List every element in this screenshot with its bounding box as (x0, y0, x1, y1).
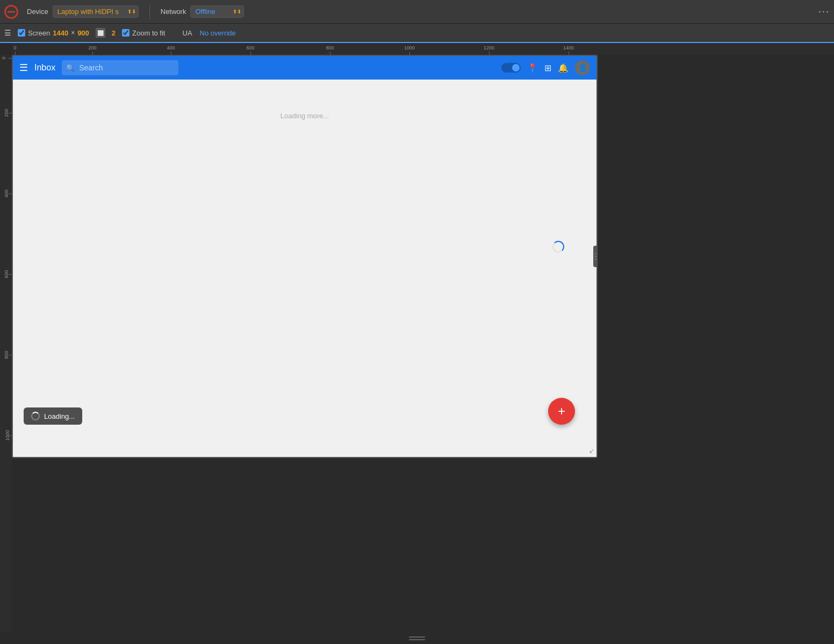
search-input[interactable] (62, 60, 178, 75)
resize-handle-right[interactable] (593, 246, 598, 267)
compose-fab[interactable]: + (548, 398, 575, 425)
grid-icon[interactable]: ⊞ (544, 63, 551, 73)
ruler-v-content: 0 200 400 600 800 1000 (0, 55, 12, 632)
more-options-button[interactable]: ··· (818, 6, 830, 17)
device-select-wrapper[interactable]: Laptop with HiDPI s ⬆⬇ (53, 5, 139, 18)
zoom-label: Zoom to fit (132, 29, 165, 37)
ruler-h-600: 600 (246, 45, 254, 51)
notification-icon[interactable]: 🔔 (558, 63, 569, 73)
inbox-action-icons: 📍 ⊞ 🔔 👤 (527, 60, 590, 75)
ruler-h-800: 800 (326, 45, 334, 51)
screen-checkbox[interactable] (18, 29, 25, 37)
search-wrapper: 🔍 (62, 60, 495, 75)
horizontal-ruler: 0 200 400 600 800 1000 1200 1400 (12, 43, 834, 55)
inbox-title: Inbox (34, 63, 55, 73)
ruler-h-400: 400 (167, 45, 175, 51)
ruler-h-1000: 1000 (404, 45, 415, 51)
network-select-wrapper[interactable]: Offline ⬆⬇ (190, 5, 244, 18)
vertical-ruler: 0 200 400 600 800 1000 (0, 55, 12, 632)
resize-dot-3 (595, 259, 596, 260)
ua-label: UA (183, 29, 192, 37)
hamburger-icon[interactable]: ☰ (4, 28, 11, 37)
ruler-v-0: 0 (1, 56, 6, 59)
ruler-h-content: 0 200 400 600 800 1000 1200 1400 (12, 43, 834, 55)
ruler-h-1400: 1400 (563, 45, 574, 51)
ruler-h-1200: 1200 (484, 45, 494, 51)
screen-label: Screen (28, 29, 50, 37)
ua-value: No override (200, 29, 236, 37)
ruler-h-200: 200 (88, 45, 96, 51)
screen-icon: ⬜ (97, 30, 104, 36)
dpr-value: 2 (112, 29, 116, 37)
screen-checkbox-item: Screen 1440 × 900 (18, 29, 89, 37)
inbox-header: ☰ Inbox 🔍 📍 ⊞ 🔔 👤 (13, 56, 596, 80)
device-frame: ☰ Inbox 🔍 📍 ⊞ 🔔 👤 Loading more... (12, 55, 598, 458)
ruler-h-0: 0 (13, 45, 16, 51)
search-icon: 🔍 (66, 64, 75, 72)
network-section: Network Offline ⬆⬇ (161, 5, 245, 18)
resize-arrow-bottom-right[interactable]: ↙ (589, 447, 594, 455)
drag-line-2 (409, 639, 425, 640)
bottom-bar (0, 632, 834, 644)
no-entry-icon[interactable] (4, 5, 18, 19)
device-label: Device (27, 8, 48, 16)
avatar[interactable]: 👤 (575, 60, 590, 75)
secondary-toolbar: ☰ Screen 1440 × 900 ⬜ 2 Zoom to fit UA N… (0, 24, 834, 43)
device-section: Device Laptop with HiDPI s ⬆⬇ (27, 5, 139, 18)
loading-pill-text: Loading... (44, 412, 75, 420)
drag-line-1 (409, 636, 425, 638)
resize-dot-1 (595, 253, 596, 254)
ua-section: UA No override (183, 29, 236, 37)
screen-icon-box[interactable]: ⬜ (96, 28, 105, 38)
resize-dot-2 (595, 256, 596, 257)
inbox-content: Loading more... + Loading... (13, 80, 596, 457)
screen-width: 1440 (53, 29, 68, 37)
zoom-checkbox[interactable] (122, 29, 130, 37)
canvas-container: 0 200 400 600 800 1000 1200 1400 0 200 4… (0, 43, 834, 632)
inbox-app: ☰ Inbox 🔍 📍 ⊞ 🔔 👤 Loading more... (13, 56, 596, 457)
compose-icon: + (558, 404, 565, 419)
device-select[interactable]: Laptop with HiDPI s (53, 5, 139, 18)
zoom-checkbox-item: Zoom to fit (122, 29, 165, 37)
inbox-menu-icon[interactable]: ☰ (19, 62, 28, 74)
screen-x: × (71, 29, 75, 37)
content-spinner (552, 241, 564, 253)
screen-height: 900 (77, 29, 89, 37)
bottom-drag-handle[interactable] (409, 636, 425, 640)
network-label: Network (161, 8, 186, 16)
inbox-toggle[interactable] (501, 63, 521, 73)
network-select[interactable]: Offline (190, 5, 244, 18)
location-icon[interactable]: 📍 (527, 63, 538, 73)
toolbar-divider-1 (149, 4, 150, 19)
main-toolbar: Device Laptop with HiDPI s ⬆⬇ Network Of… (0, 0, 834, 24)
loading-pill: Loading... (24, 407, 82, 425)
loading-more-text: Loading more... (281, 112, 329, 120)
pill-spinner (31, 412, 40, 420)
